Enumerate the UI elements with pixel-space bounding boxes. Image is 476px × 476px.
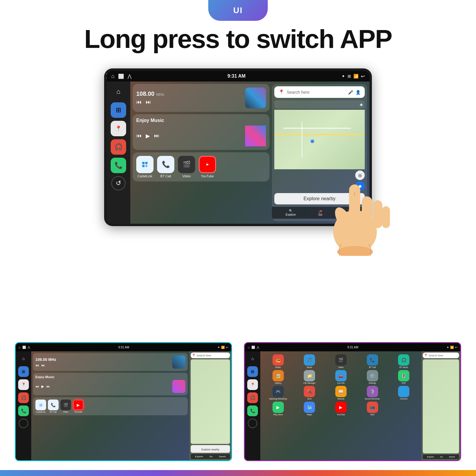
home-icon[interactable]: ⌂ [111,73,115,79]
mini-left-main: 108.00 MHz ⏮ ⏭ Enjoy Music [31,351,190,460]
mini-back-icon: ↩ [226,346,228,349]
maps-go-tab[interactable]: 🚗 Go [318,209,322,216]
music-play[interactable]: ▶ [146,133,150,139]
mini-youtube[interactable]: ▶ YouTube [73,400,84,413]
mini-left-time: 9:31 AM [118,346,129,349]
maps-search-bar[interactable]: 📍 Search here 🎤 👤 [274,86,365,98]
sidebar-apps[interactable]: ⊞ [111,102,126,118]
grid-maps[interactable]: 🗺️ Maps [295,402,325,416]
maps-layers-btn[interactable]: ◈ [274,100,365,109]
app-youtube[interactable]: YouTube [199,156,216,178]
mini-r-maps[interactable]: 📍 [247,379,258,390]
maps-mic-icon[interactable]: 🎤 [348,90,353,95]
grid-music[interactable]: 🎵 Music [295,354,325,368]
grid-filemanager[interactable]: 📁 File Manager [295,370,325,384]
radio-prev[interactable]: ⏮ [136,99,142,105]
screen-main: 108.00 MHz ⏮ ⏭ [130,82,369,224]
mini-carbitlink[interactable]: ⊞ CarbitLink [35,400,46,413]
grid-aux[interactable]: 🔌 AUX [295,386,325,400]
mini-back[interactable] [19,419,28,428]
music-next[interactable]: ⏭ [154,133,159,139]
mini-btcall[interactable]: 📞 BT Call [48,400,59,413]
sidebar-maps[interactable]: 📍 [111,121,126,136]
grid-maps-label: Maps [307,414,312,416]
btcall-label: BT Call [160,174,171,178]
mini-video[interactable]: 🎬 Video [60,400,71,413]
carbitlink-label: CarbitLink [137,174,152,178]
grid-steering-label: Steering-WheelKey [269,398,287,400]
maps-explore-tab[interactable]: 🔍 Explore [286,209,296,216]
mini-maps[interactable]: 📍 [18,379,29,390]
mini-saved-tab: Saved [219,455,226,458]
grid-video[interactable]: 🎬 Video [326,354,356,368]
svg-rect-9 [382,206,390,228]
grid-carinfo[interactable]: 🚗 Car Info [326,370,356,384]
mini-music-play[interactable]: ▶ [41,384,44,389]
grid-btcall[interactable]: 📞 BT Call [358,354,387,368]
grid-chrome[interactable]: 🌐 Chrome [389,386,419,400]
mini-music-next[interactable]: ⏭ [46,384,50,389]
grid-settings[interactable]: ⚙️ Settings [358,370,387,384]
grid-btmusic[interactable]: 🎧 BT Music [389,354,419,368]
mini-music[interactable]: 🎧 [18,392,29,403]
main-device: MIC RST ⌂ ⬜ ⋀ 9:31 AM ✦ ⊞ 📶 ↩ [104,68,372,226]
grid-btmusic-label: BT Music [400,366,408,368]
mini-explore: Explore nearby [191,445,230,453]
sidebar-phone[interactable]: 📞 [111,158,126,173]
mini-r-music[interactable]: 🎧 [247,392,258,403]
mini-left-sidebar: ⌂ ⊞ 📍 🎧 📞 [16,351,31,460]
layers-icon: ◈ [360,102,363,107]
radio-panel: 108.00 MHz ⏮ ⏭ [133,84,270,112]
mini-apps[interactable]: ⊞ [18,366,29,377]
grid-soundrecorder[interactable]: 🎙️ Sound Recorder [358,386,387,400]
mini-music-prev[interactable]: ⏮ [35,384,39,389]
mini-r-go: Go [440,456,443,458]
sidebar-home[interactable]: ⌂ [111,84,126,99]
screen-icon[interactable]: ⬜ [118,73,124,79]
mini-up-icon: ⋀ [28,346,30,349]
grid-youtube[interactable]: ▶ YouTube [326,402,356,416]
mini-r-apps[interactable]: ⊞ [247,366,258,377]
location-btn[interactable]: ◎ [355,170,365,180]
grid-hd2[interactable]: 📺 HD2 [358,402,387,416]
sidebar-music[interactable]: 🎧 [111,139,126,155]
up-icon[interactable]: ⋀ [128,73,131,79]
mini-r-home[interactable]: ⌂ [247,353,258,364]
sidebar-back[interactable]: ↺ [111,176,126,190]
mini-r-explore: Explore [427,456,434,458]
grid-dsp[interactable]: 🎚️ DSP [389,370,419,384]
mini-r-map [423,359,459,453]
mini-r-bt-icon: ✦ [447,346,449,349]
mini-r-search-pin: 📍 [424,354,428,357]
maps-saved-tab[interactable]: 🔖 Saved [345,209,353,216]
grid-steering[interactable]: 🎮 Steering-WheelKey [263,386,293,400]
mini-r-back[interactable] [248,419,257,428]
maps-area [274,110,365,169]
apps-panel: CarbitLink 📞 BT Call 🎬 Video [133,152,270,181]
mini-r-search[interactable]: 📍 Search here [423,353,459,358]
grid-youtube-icon: ▶ [335,402,347,413]
app-video[interactable]: 🎬 Video [178,156,195,178]
app-btcall[interactable]: 📞 BT Call [157,156,174,178]
mini-search[interactable]: 📍 Search here [191,353,230,358]
back-icon[interactable]: ↩ [361,73,365,79]
mini-r-phone[interactable]: 📞 [247,405,258,416]
grid-soundrecorder-label: Sound Recorder [365,398,380,400]
grid-radio[interactable]: 📻 Radio [263,354,293,368]
mini-radio-next[interactable]: ⏭ [41,363,45,367]
music-prev[interactable]: ⏮ [136,133,142,139]
maps-search-text: Search here [287,90,346,95]
grid-gallery[interactable]: 🖼️ Gallery [263,370,293,384]
mini-right-sidebar: ⌂ ⊞ 📍 🎧 📞 [245,351,260,460]
grid-music-label: Music [307,366,312,368]
radio-next[interactable]: ⏭ [146,99,151,105]
mini-radio-prev[interactable]: ⏮ [35,363,39,367]
grid-youtube-label: YouTube [337,414,345,416]
grid-playstore[interactable]: ▶ Play Store [263,402,293,416]
grid-manual[interactable]: 📖 Manual [326,386,356,400]
app-carbitlink[interactable]: CarbitLink [136,156,154,178]
mini-phone[interactable]: 📞 [18,405,29,416]
maps-account-icon[interactable]: 👤 [356,90,361,95]
mini-home[interactable]: ⌂ [18,353,29,364]
navigate-btn[interactable]: ◆ [355,181,365,191]
